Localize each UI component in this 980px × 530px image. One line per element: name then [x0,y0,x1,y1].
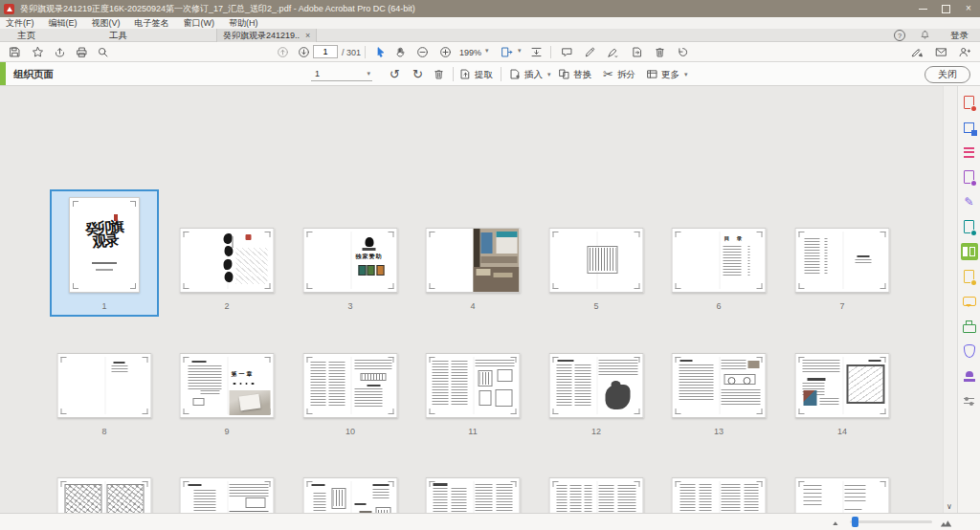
rotate-right-icon[interactable]: ↻ [412,66,423,82]
rotate-left-icon[interactable]: ↺ [390,66,400,82]
fill-sign-tool-icon[interactable]: ✎ [961,193,978,210]
zoom-dropdown-caret-icon[interactable]: ▾ [485,47,489,55]
page-thumbnail-12[interactable]: 12 [530,345,663,442]
menu-file[interactable]: 文件(F) [6,17,34,30]
request-signatures-tool-icon[interactable] [961,268,978,285]
maximize-button[interactable] [934,0,957,17]
insert-caret-icon[interactable]: ▾ [547,71,551,78]
highlight-pencil-icon[interactable] [582,45,597,59]
page-thumbnail-1[interactable]: 癸卯旗观录1 [50,189,159,317]
page-display-caret-icon[interactable]: ▾ [518,47,522,55]
page-thumbnail-18[interactable]: 18 [407,470,540,513]
delete-icon[interactable] [652,45,667,59]
page-thumbnail-2[interactable]: 2 [161,220,294,317]
export-pdf-tool-icon[interactable] [961,168,978,186]
tab-close-icon[interactable]: × [305,31,310,40]
help-button[interactable]: ? [894,29,905,42]
page-thumbnail-15[interactable]: 15 [38,470,171,513]
split-icon[interactable]: ✂ [603,66,613,82]
print-icon[interactable] [74,45,89,59]
page-thumbnail-17[interactable]: 17 [284,470,417,513]
page-thumbnail-6[interactable]: 目 录6 [653,220,786,317]
close-organize-button[interactable]: 关闭 [924,66,970,83]
page-thumbnail-5[interactable]: 5 [530,220,663,317]
hand-tool-icon[interactable] [392,45,408,59]
tab-document[interactable]: 癸卯旗观录241219.. × [216,29,317,42]
thumbnail-size-slider[interactable] [850,520,932,523]
comment-tool-icon[interactable] [961,293,978,310]
fit-width-icon[interactable] [528,45,544,59]
page-thumbnail-10[interactable]: 10 [284,345,417,442]
notifications-button[interactable] [920,29,930,42]
more-label[interactable]: 更多 [661,69,679,81]
create-pdf-tool-icon[interactable] [961,94,978,111]
vertical-scrollbar[interactable]: ∨ [943,86,957,513]
page-thumbnail-11[interactable]: 11 [407,345,540,442]
insert-label[interactable]: 插入 [524,69,543,81]
menu-window[interactable]: 窗口(W) [184,17,215,30]
page-thumbnail-13[interactable]: 13 [653,345,786,442]
print-production-tool-icon[interactable] [961,318,978,335]
protect-tool-icon[interactable] [961,342,978,360]
save-icon[interactable] [7,45,22,59]
close-window-button[interactable]: × [957,0,980,17]
zoom-level-value[interactable]: 199% [459,48,481,57]
zoom-in-icon[interactable] [437,45,453,59]
sign-in-button[interactable]: 登录 [950,29,969,42]
search-icon[interactable] [95,45,110,59]
page-display-icon[interactable] [499,45,514,59]
fill-sign-share-icon[interactable] [909,45,924,59]
page-thumbnail-7[interactable]: 7 [776,220,909,317]
share-with-others-icon[interactable] [956,45,971,59]
previous-page-icon[interactable] [275,45,290,59]
page-thumbnail-16[interactable]: 16 [161,470,294,513]
replace-icon[interactable] [558,66,570,82]
more-caret-icon[interactable]: ▾ [684,71,688,78]
page-thumbnail-8[interactable]: 8 [38,345,171,442]
menu-view[interactable]: 视图(V) [92,17,121,30]
page-thumbnail-21[interactable]: 21 [776,470,909,513]
tab-tools[interactable]: 工具 [109,29,127,42]
thumbnail-size-small-icon[interactable] [831,517,842,528]
menu-edit[interactable]: 编辑(E) [49,17,78,30]
combine-files-tool-icon[interactable] [961,119,978,136]
tab-home[interactable]: 主页 [17,29,35,42]
page-thumbnail-4[interactable]: 4 [407,220,540,317]
zoom-out-icon[interactable] [414,45,430,59]
insert-icon[interactable] [509,66,522,82]
minimize-button[interactable] [911,0,934,17]
sign-pen-icon[interactable] [605,45,620,59]
organize-pages-tool-icon[interactable] [961,243,978,260]
thumbnail-size-large-icon[interactable] [940,516,953,529]
menu-help[interactable]: 帮助(H) [229,17,258,30]
comment-icon[interactable] [559,45,574,59]
scroll-down-icon[interactable]: ∨ [947,502,952,511]
slider-handle[interactable] [852,517,858,527]
page-thumbnail-14[interactable]: 14 [776,345,909,442]
select-tool-icon[interactable] [372,45,388,59]
stamp-tool-icon[interactable] [961,367,978,385]
page-flip-icon[interactable] [629,45,644,59]
more-icon[interactable] [646,66,658,82]
delete-pages-icon[interactable] [433,66,445,82]
split-label[interactable]: 拆分 [617,69,635,81]
page-range-combobox[interactable]: 1 ▾ [311,66,372,81]
edit-pdf-tool-icon[interactable] [961,144,978,161]
extract-label[interactable]: 提取 [475,69,493,81]
undo-icon[interactable] [675,45,690,59]
more-tools-tool-icon[interactable] [961,392,978,409]
star-icon[interactable] [30,45,45,59]
page-number-label: 7 [839,302,844,311]
extract-icon[interactable] [459,66,472,82]
page-number-input[interactable] [313,45,338,58]
send-for-comments-tool-icon[interactable] [961,218,978,235]
next-page-icon[interactable] [296,45,311,59]
page-thumbnail-9[interactable]: 第一章9 [161,345,294,442]
replace-label[interactable]: 替换 [573,69,591,81]
menu-esign[interactable]: 电子签名 [135,17,169,30]
send-mail-icon[interactable] [933,45,948,59]
page-thumbnail-3[interactable]: 独家赞助3 [284,220,417,317]
page-thumbnail-19[interactable]: 19 [530,470,663,513]
share-icon[interactable] [52,45,67,59]
page-thumbnail-20[interactable]: 20 [653,470,786,513]
